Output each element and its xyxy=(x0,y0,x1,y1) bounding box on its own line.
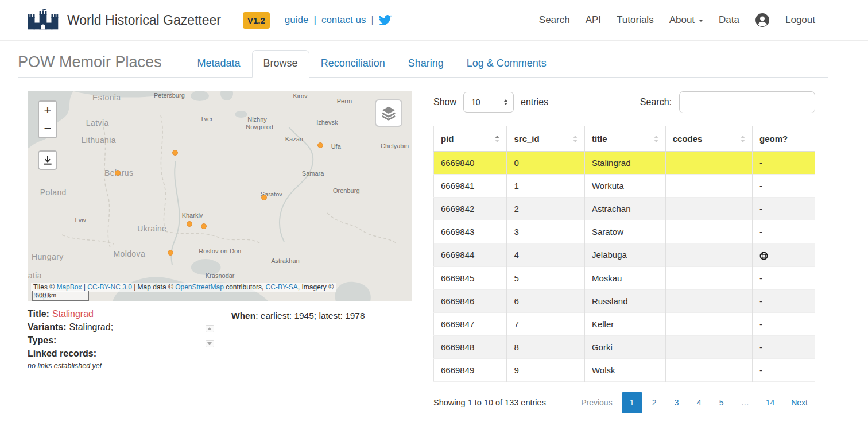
table-row[interactable]: 66698400Stalingrad- xyxy=(434,152,815,175)
pagination-page-3[interactable]: 3 xyxy=(666,392,687,413)
map-column: PetersburgEstoniaKirovPermLatviaTverNizh… xyxy=(28,91,412,413)
table-row[interactable]: 66698477Keller- xyxy=(434,312,815,335)
column-header-src-id[interactable]: src_id xyxy=(507,126,584,152)
cell-src-id: 1 xyxy=(507,175,584,198)
linked-records-line: Linked records: xyxy=(28,349,201,359)
guide-link[interactable]: guide xyxy=(285,14,309,26)
cell-ccodes xyxy=(665,175,752,198)
table-row[interactable]: 66698444Jelabuga xyxy=(434,243,815,267)
map-marker[interactable] xyxy=(261,195,267,200)
tab-log-comments[interactable]: Log & Comments xyxy=(455,50,558,78)
cell-geom xyxy=(753,243,815,267)
attribution-link-mapbox[interactable]: MapBox xyxy=(56,283,82,291)
map-marker[interactable] xyxy=(115,170,121,176)
cell-geom: - xyxy=(753,198,815,220)
table-row[interactable]: 66698455Moskau- xyxy=(434,266,815,289)
pagination-page-14[interactable]: 14 xyxy=(758,392,782,413)
map-label-chelyabin: Chelyabin xyxy=(381,142,409,149)
column-header-ccodes[interactable]: ccodes xyxy=(665,126,752,152)
pagination-page-2[interactable]: 2 xyxy=(644,392,665,413)
scroll-down-button[interactable] xyxy=(206,340,214,347)
zoom-out-button[interactable]: − xyxy=(39,119,56,137)
map-label-orenburg: Orenburg xyxy=(333,187,359,194)
cell-src-id: 8 xyxy=(507,335,584,358)
column-label: pid xyxy=(441,134,454,144)
cell-geom: - xyxy=(753,220,815,243)
map-label-ufa: Ufa xyxy=(331,143,341,150)
top-header: World Historical Gazetteer V1.2 guide | … xyxy=(0,0,868,41)
pagination-page-4[interactable]: 4 xyxy=(689,392,710,413)
attribution-link-cc-by-nc-3-0[interactable]: CC-BY-NC 3.0 xyxy=(87,283,132,291)
cell-src-id: 0 xyxy=(507,152,584,175)
pagination-next[interactable]: Next xyxy=(784,392,815,413)
cell-pid: 6669840 xyxy=(434,152,507,175)
map-marker[interactable] xyxy=(317,142,323,148)
nav-item-tutorials[interactable]: Tutorials xyxy=(617,14,654,26)
pagination-ellipsis: … xyxy=(734,392,757,413)
tab-metadata[interactable]: Metadata xyxy=(186,50,252,78)
cell-title: Russland xyxy=(584,289,665,312)
when-block: When: earliest: 1945; latest: 1978 xyxy=(231,309,365,380)
table-column: Show 10 entries Search: pidsrc_idtitlecc… xyxy=(433,91,815,413)
attribution-text: contributors, xyxy=(224,283,266,291)
map-marker[interactable] xyxy=(168,250,173,256)
table-footer: Showing 1 to 10 of 133 entries Previous1… xyxy=(433,392,815,413)
version-badge[interactable]: V1.2 xyxy=(243,12,270,29)
pagination-previous[interactable]: Previous xyxy=(574,392,619,413)
nav-item-data[interactable]: Data xyxy=(719,14,739,26)
map-marker[interactable] xyxy=(201,223,207,229)
search-input[interactable] xyxy=(679,91,815,113)
nav-item-search[interactable]: Search xyxy=(539,14,570,26)
twitter-icon[interactable] xyxy=(379,14,392,26)
table-row[interactable]: 66698466Russland- xyxy=(434,289,815,312)
contact-link[interactable]: contact us xyxy=(321,14,366,26)
column-label: ccodes xyxy=(673,134,703,144)
scroll-up-button[interactable] xyxy=(206,325,214,332)
title-line: Title:Stalingrad xyxy=(28,309,201,319)
attribution-link-cc-by-sa[interactable]: CC-BY-SA xyxy=(266,283,298,291)
column-header-title[interactable]: title xyxy=(584,126,665,152)
cell-ccodes xyxy=(665,152,752,175)
map-label-samara: Samara xyxy=(302,170,324,177)
map-label-kazan: Kazan xyxy=(285,136,303,142)
tab-browse[interactable]: Browse xyxy=(252,50,309,78)
tab-sharing[interactable]: Sharing xyxy=(397,50,455,78)
table-row[interactable]: 66698422Astrachan- xyxy=(434,198,815,220)
cell-pid: 6669848 xyxy=(434,335,507,358)
pagination-page-1[interactable]: 1 xyxy=(622,392,642,413)
layers-icon xyxy=(380,105,397,122)
pagination-page-5[interactable]: 5 xyxy=(711,392,732,413)
zoom-in-button[interactable]: + xyxy=(39,102,56,119)
page-size-value: 10 xyxy=(471,98,480,107)
detail-divider xyxy=(220,310,220,380)
show-label: Show xyxy=(433,97,456,107)
map-download-button[interactable] xyxy=(38,150,57,170)
table-header-row: pidsrc_idtitleccodesgeom? xyxy=(434,126,815,152)
table-row[interactable]: 66698488Gorki- xyxy=(434,335,815,358)
map-marker[interactable] xyxy=(172,150,178,156)
map-layers-button[interactable] xyxy=(375,99,402,127)
cell-title: Astrachan xyxy=(584,198,665,220)
nav-item-logout[interactable]: Logout xyxy=(785,14,815,26)
map[interactable]: PetersburgEstoniaKirovPermLatviaTverNizh… xyxy=(28,91,412,301)
map-label-lithuania: Lithuania xyxy=(82,136,116,145)
column-header-pid[interactable]: pid xyxy=(434,126,507,152)
map-marker[interactable] xyxy=(187,221,192,227)
nav-item-api[interactable]: API xyxy=(586,14,601,26)
page-size-select[interactable]: 10 xyxy=(463,92,514,113)
dataset-tabs: MetadataBrowseReconciliationSharingLog &… xyxy=(186,50,558,77)
map-label-krasnodar: Krasnodar xyxy=(206,272,235,279)
attribution-link-openstreetmap[interactable]: OpenStreetMap xyxy=(175,283,224,291)
table-row[interactable]: 66698411Workuta- xyxy=(434,175,815,198)
cell-ccodes xyxy=(665,198,752,220)
user-icon[interactable] xyxy=(755,13,770,28)
table-row[interactable]: 66698499Wolsk- xyxy=(434,358,815,381)
whg-castle-logo[interactable] xyxy=(26,9,60,32)
nav-item-about[interactable]: About xyxy=(669,14,703,26)
tab-reconciliation[interactable]: Reconciliation xyxy=(309,50,397,78)
table-row[interactable]: 66698433Saratow- xyxy=(434,220,815,243)
variants-scrollbar xyxy=(204,325,215,380)
search-wrap: Search: xyxy=(640,91,815,113)
cell-title: Stalingrad xyxy=(584,152,665,175)
when-value: : earliest: 1945; latest: 1978 xyxy=(255,311,365,320)
